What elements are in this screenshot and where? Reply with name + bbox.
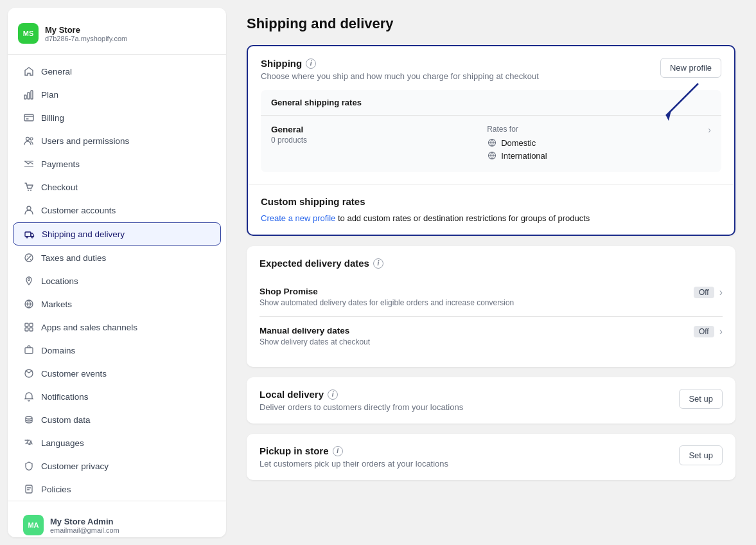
nav-item-shipping[interactable]: Shipping and delivery	[13, 222, 221, 246]
nav-label-customer-events: Customer events	[41, 369, 107, 379]
nav-item-policies[interactable]: Policies	[13, 478, 221, 500]
shop-promise-row[interactable]: Shop Promise Show automated delivery dat…	[259, 278, 723, 316]
pickup-row: Pickup in store i Let customers pick up …	[259, 445, 723, 469]
admin-name: My Store Admin	[50, 517, 119, 526]
store-name: My Store	[45, 25, 127, 35]
policies-icon	[23, 483, 35, 495]
svg-rect-16	[30, 323, 33, 326]
nav-label-checkout: Checkout	[41, 183, 78, 192]
pickup-section: Pickup in store i Let customers pick up …	[247, 434, 735, 480]
shop-promise-chevron: ›	[719, 287, 723, 298]
local-delivery-setup-button[interactable]: Set up	[679, 389, 723, 409]
international-rate: International	[487, 150, 703, 161]
nav-label-apps: Apps and sales channels	[41, 323, 137, 332]
events-icon	[23, 368, 35, 379]
nav-label-markets: Markets	[41, 299, 72, 309]
nav-item-notifications[interactable]: Notifications	[13, 386, 221, 407]
nav-item-domains[interactable]: Domains	[13, 339, 221, 361]
custom-rates-title: Custom shipping rates	[261, 196, 721, 207]
manual-delivery-chevron: ›	[719, 326, 723, 337]
products-count: 0 products	[271, 136, 487, 145]
store-url: d7b286-7a.myshopify.com	[45, 35, 127, 42]
nav-item-general[interactable]: General	[13, 60, 221, 82]
shop-promise-right: Off ›	[694, 287, 723, 298]
svg-point-11	[31, 237, 33, 238]
languages-icon	[23, 437, 35, 449]
svg-rect-2	[31, 91, 33, 99]
nav-label-customer-accounts: Customer accounts	[41, 206, 116, 215]
svg-point-6	[28, 190, 29, 191]
apps-icon	[23, 321, 35, 333]
svg-point-10	[26, 237, 28, 238]
nav-label-locations: Locations	[41, 276, 78, 286]
location-icon	[23, 275, 35, 287]
manual-delivery-row[interactable]: Manual delivery dates Show delivery date…	[259, 316, 723, 355]
svg-rect-18	[30, 328, 33, 331]
nav-item-customer-events[interactable]: Customer events	[13, 362, 221, 384]
create-profile-link[interactable]: Create a new profile	[261, 213, 335, 223]
svg-rect-3	[24, 114, 33, 121]
nav-item-custom-data[interactable]: Custom data	[13, 409, 221, 431]
local-delivery-row: Local delivery i Deliver orders to custo…	[259, 389, 723, 412]
admin-info: My Store Admin emailmail@gmail.com	[50, 517, 119, 534]
nav-item-locations[interactable]: Locations	[13, 270, 221, 292]
manual-delivery-status: Off	[694, 326, 714, 337]
admin-avatar: MA	[23, 515, 44, 535]
nav-item-languages[interactable]: Languages	[13, 432, 221, 454]
manual-delivery-right: Off ›	[694, 326, 723, 337]
nav-item-billing[interactable]: Billing	[13, 107, 221, 129]
profile-name: General	[271, 125, 487, 134]
nav-label-domains: Domains	[41, 346, 75, 355]
nav-label-custom-data: Custom data	[41, 415, 91, 425]
admin-profile[interactable]: MA My Store Admin emailmail@gmail.com	[13, 510, 221, 537]
nav-item-markets[interactable]: Markets	[13, 293, 221, 315]
sidebar-footer: MA My Store Admin emailmail@gmail.com	[8, 501, 226, 537]
expected-delivery-title: Expected delivery dates i	[259, 258, 723, 269]
pickup-sub: Let customers pick up their orders at yo…	[259, 459, 448, 469]
rates-chevron: ›	[703, 125, 711, 135]
shipping-card: Shipping i Choose where you ship and how…	[247, 45, 735, 236]
nav-item-taxes[interactable]: Taxes and duties	[13, 247, 221, 269]
local-delivery-sub: Deliver orders to customers directly fro…	[259, 402, 463, 412]
expected-delivery-info-icon: i	[373, 258, 383, 269]
shop-promise-info: Shop Promise Show automated delivery dat…	[259, 287, 514, 307]
pickup-title: Pickup in store i	[259, 445, 448, 456]
nav-item-users[interactable]: Users and permissions	[13, 130, 221, 152]
person-icon	[23, 204, 35, 216]
pickup-setup-button[interactable]: Set up	[679, 445, 723, 465]
nav-item-customer-accounts[interactable]: Customer accounts	[13, 199, 221, 221]
chart-icon	[23, 89, 35, 100]
pickup-info-icon: i	[333, 446, 343, 456]
manual-delivery-sub: Show delivery dates at checkout	[259, 337, 370, 346]
nav-label-notifications: Notifications	[41, 392, 89, 402]
store-header: MS My Store d7b286-7a.myshopify.com	[8, 18, 226, 55]
shipping-profile-col: General 0 products	[271, 125, 487, 145]
rates-label: Rates for	[487, 125, 703, 134]
domains-icon	[23, 344, 35, 356]
nav-item-customer-privacy[interactable]: Customer privacy	[13, 455, 221, 477]
payments-icon	[23, 158, 35, 170]
nav-label-general: General	[41, 67, 72, 76]
nav-item-checkout[interactable]: Checkout	[13, 176, 221, 198]
shipping-header: Shipping i Choose where you ship and how…	[261, 58, 721, 81]
svg-rect-17	[25, 328, 28, 331]
local-delivery-section: Local delivery i Deliver orders to custo…	[247, 377, 735, 424]
local-delivery-title: Local delivery i	[259, 389, 463, 400]
truck-icon	[24, 228, 35, 240]
nav-label-billing: Billing	[41, 113, 64, 123]
checkout-icon	[23, 181, 35, 193]
pickup-card: Pickup in store i Let customers pick up …	[247, 434, 735, 480]
markets-icon	[23, 298, 35, 310]
main-wrapper: Shipping and delivery Shipping i Choose …	[226, 0, 756, 545]
nav-item-plan[interactable]: Plan	[13, 84, 221, 105]
nav-label-users: Users and permissions	[41, 136, 129, 146]
domestic-label: Domestic	[501, 138, 536, 148]
data-icon	[23, 414, 35, 425]
nav-item-apps[interactable]: Apps and sales channels	[13, 316, 221, 338]
general-rates-row[interactable]: General 0 products Rates for Domestic	[261, 116, 721, 172]
svg-point-8	[27, 206, 31, 210]
pickup-info: Pickup in store i Let customers pick up …	[259, 445, 448, 469]
nav-item-payments[interactable]: Payments	[13, 153, 221, 175]
svg-rect-19	[25, 348, 33, 353]
new-profile-button[interactable]: New profile	[660, 58, 721, 78]
